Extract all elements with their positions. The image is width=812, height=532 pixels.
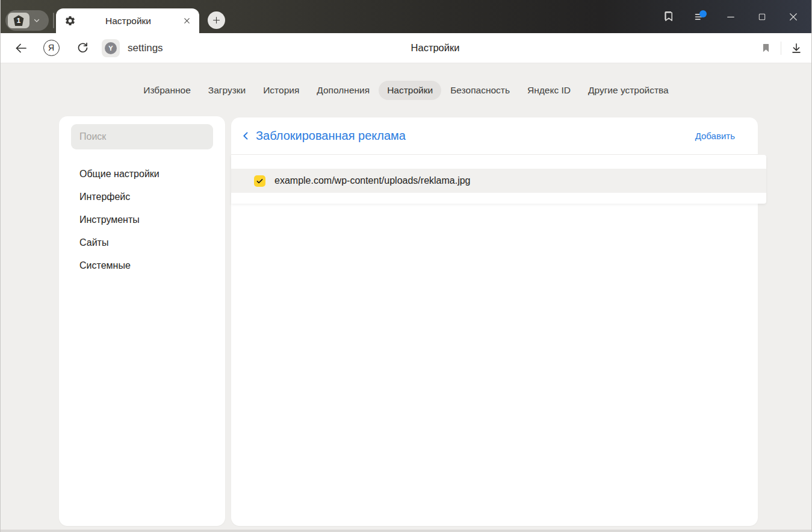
bookmark-icon (760, 42, 772, 54)
toolbar-right (760, 42, 803, 55)
tabstrip-divider (53, 13, 54, 28)
notification-dot (699, 10, 707, 17)
browser-menu-button[interactable] (687, 5, 711, 29)
sidebar-panel-button[interactable] (656, 5, 680, 29)
shield-icon: 1 (13, 15, 25, 27)
tab-strip: 1 Настройки (1, 0, 811, 33)
nav-item-security[interactable]: Безопасность (442, 81, 518, 100)
section-title: Заблокированная реклама (256, 129, 406, 143)
row-checkbox[interactable] (254, 175, 265, 187)
refresh-button[interactable] (73, 39, 92, 58)
settings-favicon-icon: Y (105, 42, 117, 54)
nav-item-favorites[interactable]: Избранное (135, 81, 199, 100)
tab-group-button[interactable]: 1 (5, 10, 49, 31)
tab-group-count: 1 (17, 16, 20, 25)
download-icon (790, 42, 803, 55)
back-arrow-icon (14, 41, 28, 55)
maximize-button[interactable] (750, 5, 774, 29)
refresh-icon (76, 41, 90, 55)
window-bottom-edge (1, 530, 811, 532)
nav-item-downloads[interactable]: Загрузки (200, 81, 254, 100)
bookmark-panel-icon (662, 10, 675, 23)
settings-nav: Избранное Загрузки История Дополнения На… (1, 81, 811, 100)
maximize-icon (757, 12, 767, 22)
close-icon (788, 11, 799, 22)
site-favicon: Y (102, 39, 120, 57)
section-header: Заблокированная реклама Добавить (231, 117, 758, 155)
yandex-logo-button[interactable]: Я (42, 39, 61, 58)
new-tab-button[interactable] (208, 11, 225, 29)
minimize-icon (725, 11, 736, 22)
tab-group-badge: 1 (8, 13, 29, 28)
blocked-ads-list: example.com/wp-content/uploads/reklama.j… (231, 155, 766, 204)
sidebar-item-general[interactable]: Общие настройки (59, 163, 225, 186)
minimize-button[interactable] (719, 5, 743, 29)
browser-window: 1 Настройки (0, 0, 812, 532)
chevron-down-icon (33, 17, 40, 24)
url-text: settings (128, 42, 163, 54)
page-title: Настройки (411, 42, 460, 54)
tab-settings[interactable]: Настройки (56, 8, 199, 33)
blocked-ad-row[interactable]: example.com/wp-content/uploads/reklama.j… (231, 169, 766, 193)
sidebar-item-sites[interactable]: Сайты (59, 231, 225, 254)
tab-title: Настройки (76, 16, 181, 27)
toolbar: Я Y settings Настройки (1, 33, 811, 63)
gear-icon (64, 15, 76, 27)
nav-item-yandex-id[interactable]: Яндекс ID (519, 81, 579, 100)
close-tab-icon[interactable] (181, 14, 193, 27)
address-bar[interactable]: Y settings (92, 39, 163, 57)
chevron-left-icon[interactable] (240, 130, 252, 142)
sidebar-list: Общие настройки Интерфейс Инструменты Са… (59, 163, 225, 277)
sidebar-item-interface[interactable]: Интерфейс (59, 186, 225, 208)
downloads-button[interactable] (790, 42, 803, 55)
checkmark-icon (256, 177, 264, 185)
sidebar-item-system[interactable]: Системные (59, 254, 225, 277)
settings-sidebar: Общие настройки Интерфейс Инструменты Са… (59, 116, 225, 526)
close-window-button[interactable] (781, 5, 805, 29)
nav-item-other-devices[interactable]: Другие устройства (580, 81, 677, 100)
back-button[interactable] (11, 39, 31, 58)
blocked-ad-url: example.com/wp-content/uploads/reklama.j… (274, 175, 471, 186)
nav-item-extensions[interactable]: Дополнения (308, 81, 378, 100)
yandex-logo-icon: Я (43, 40, 60, 56)
tabstrip-right-controls (656, 0, 805, 33)
sidebar-item-tools[interactable]: Инструменты (59, 208, 225, 231)
plus-icon (212, 16, 221, 25)
add-button[interactable]: Добавить (695, 131, 735, 141)
bookmark-button[interactable] (760, 42, 772, 54)
search-input[interactable] (71, 124, 213, 149)
nav-item-history[interactable]: История (255, 81, 308, 100)
toolbar-divider (781, 42, 781, 55)
nav-item-settings[interactable]: Настройки (379, 81, 441, 100)
